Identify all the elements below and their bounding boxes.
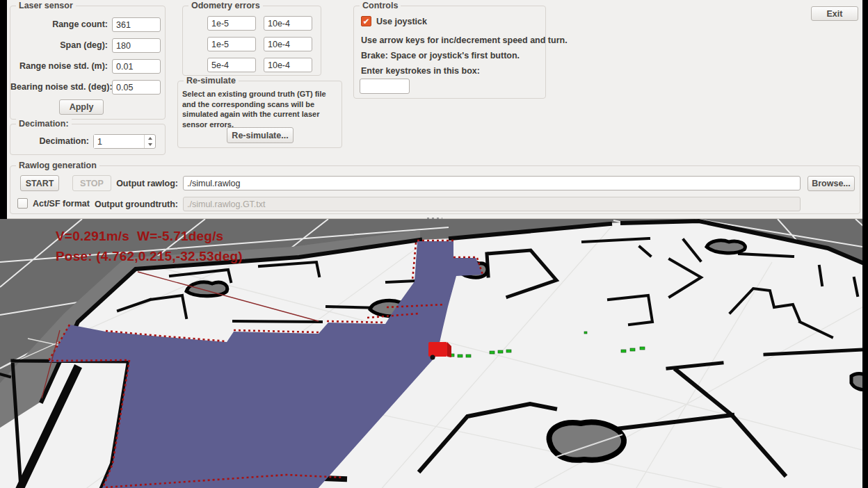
controls-instruction-3: Enter keystrokes in this box: bbox=[361, 66, 480, 76]
span-input[interactable] bbox=[112, 38, 161, 53]
range-count-input[interactable] bbox=[112, 17, 161, 32]
browse-button[interactable]: Browse... bbox=[807, 176, 855, 191]
bearing-noise-input[interactable] bbox=[112, 80, 161, 95]
hud-velocity-text: V=0.291m/s W=-5.71deg/s bbox=[56, 229, 243, 244]
odometry-error-input-6[interactable] bbox=[264, 58, 312, 72]
odometry-errors-title: Odometry errors bbox=[188, 1, 263, 10]
decimation-input[interactable] bbox=[94, 135, 143, 148]
range-count-label: Range count: bbox=[10, 19, 108, 29]
spin-down-icon[interactable] bbox=[145, 142, 155, 149]
output-groundtruth-input bbox=[183, 197, 801, 211]
controls-instruction-2: Brake: Space or joystick's first button. bbox=[361, 51, 520, 60]
bearing-noise-label: Bearing noise std. (deg): bbox=[10, 82, 108, 92]
decimation-label: Decimation: bbox=[10, 136, 89, 146]
spin-up-icon[interactable] bbox=[145, 135, 155, 142]
actsf-format-label: Act/SF format bbox=[33, 199, 90, 209]
control-panel: Laser sensor Range count: Span (deg): Ra… bbox=[7, 0, 862, 219]
resimulate-group: Re-simulate Select an existing ground tr… bbox=[177, 81, 342, 148]
controls-instruction-1: Use arrow keys for inc/decrement speed a… bbox=[361, 35, 568, 45]
apply-button[interactable]: Apply bbox=[59, 99, 104, 115]
output-rawlog-input[interactable] bbox=[183, 176, 801, 190]
frame-right-edge bbox=[862, 0, 868, 488]
controls-group: Controls ✔ Use joystick Use arrow keys f… bbox=[353, 6, 546, 99]
range-noise-label: Range noise std. (m): bbox=[10, 61, 108, 71]
robot-wheel bbox=[431, 355, 435, 360]
decimation-group-title: Decimation: bbox=[16, 119, 72, 129]
rawlog-generation-group: Rawlog generation START STOP Output rawl… bbox=[10, 165, 860, 214]
exit-button[interactable]: Exit bbox=[811, 6, 858, 21]
range-noise-input[interactable] bbox=[112, 59, 161, 74]
odometry-error-input-5[interactable] bbox=[207, 58, 256, 72]
odometry-error-input-3[interactable] bbox=[207, 37, 256, 51]
keystroke-input[interactable] bbox=[360, 79, 410, 94]
laser-sensor-title: Laser sensor bbox=[16, 1, 76, 10]
laser-sensor-group: Laser sensor Range count: Span (deg): Ra… bbox=[10, 6, 166, 120]
resimulate-description: Select an existing ground truth (GT) fil… bbox=[182, 89, 340, 129]
simulator-window: Laser sensor Range count: Span (deg): Ra… bbox=[0, 0, 868, 488]
use-joystick-checkbox[interactable]: ✔ bbox=[361, 16, 371, 26]
output-groundtruth-label: Output groundtruth: bbox=[94, 200, 178, 209]
output-rawlog-label: Output rawlog: bbox=[94, 179, 178, 188]
odometry-errors-group: Odometry errors bbox=[182, 6, 321, 76]
odometry-error-input-4[interactable] bbox=[264, 37, 312, 51]
odometry-error-input-1[interactable] bbox=[207, 16, 256, 31]
start-button[interactable]: START bbox=[20, 175, 59, 191]
map-3d-viewport[interactable]: V=0.291m/s W=-5.71deg/s Pose: (4.762,0.2… bbox=[0, 219, 862, 488]
resimulate-title: Re-simulate bbox=[184, 76, 239, 86]
controls-title: Controls bbox=[360, 1, 401, 10]
rawlog-generation-title: Rawlog generation bbox=[16, 161, 99, 170]
decimation-group: Decimation: Decimation: bbox=[10, 124, 166, 155]
use-joystick-label: Use joystick bbox=[376, 17, 427, 26]
span-label: Span (deg): bbox=[10, 40, 108, 50]
hud-pose-text: Pose: (4.762,0.215,-32.53deg) bbox=[56, 249, 243, 264]
actsf-format-checkbox[interactable] bbox=[17, 198, 28, 209]
hud-overlay: V=0.291m/s W=-5.71deg/s Pose: (4.762,0.2… bbox=[56, 229, 243, 264]
decimation-spinner[interactable] bbox=[93, 134, 156, 149]
odometry-error-input-2[interactable] bbox=[264, 16, 312, 31]
spinner-arrows[interactable] bbox=[144, 135, 155, 148]
resimulate-button[interactable]: Re-simulate... bbox=[227, 127, 294, 143]
